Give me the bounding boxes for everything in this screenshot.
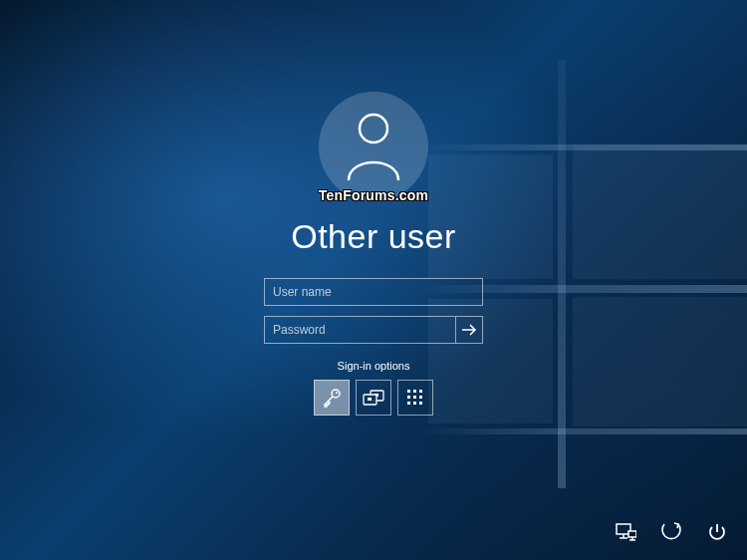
username-input[interactable] bbox=[264, 278, 483, 306]
network-button[interactable] bbox=[610, 516, 641, 548]
svg-rect-10 bbox=[407, 396, 410, 399]
svg-rect-15 bbox=[419, 402, 422, 405]
watermark-text: TenForums.com bbox=[319, 187, 428, 203]
key-icon bbox=[321, 387, 343, 409]
svg-rect-17 bbox=[628, 531, 636, 537]
user-icon bbox=[343, 111, 404, 182]
password-row bbox=[264, 316, 483, 344]
power-button[interactable] bbox=[701, 516, 733, 548]
ease-of-access-button[interactable] bbox=[655, 516, 687, 548]
submit-button[interactable] bbox=[455, 316, 483, 344]
signin-option-pin[interactable] bbox=[397, 380, 433, 416]
signin-option-smartcard[interactable] bbox=[356, 380, 391, 416]
bg-beam bbox=[418, 428, 747, 434]
svg-rect-11 bbox=[413, 396, 416, 399]
signin-options bbox=[314, 380, 433, 416]
power-icon bbox=[707, 522, 727, 542]
arrow-right-icon bbox=[461, 324, 477, 336]
username-row bbox=[264, 278, 483, 306]
user-display-name: Other user bbox=[291, 217, 456, 256]
login-panel: TenForums.com Other user Sign-in options bbox=[0, 92, 747, 416]
svg-point-0 bbox=[360, 115, 387, 142]
smartcard-icon bbox=[363, 390, 384, 406]
svg-rect-14 bbox=[413, 402, 416, 405]
keypad-icon bbox=[406, 389, 424, 407]
svg-rect-6 bbox=[368, 398, 372, 401]
credential-fields bbox=[264, 278, 483, 344]
network-icon bbox=[615, 522, 636, 542]
signin-option-password[interactable] bbox=[314, 380, 350, 416]
system-tray bbox=[610, 516, 733, 548]
svg-point-2 bbox=[336, 392, 338, 394]
svg-rect-8 bbox=[413, 390, 416, 393]
login-screen: TenForums.com Other user Sign-in options bbox=[0, 0, 747, 560]
signin-options-label: Sign-in options bbox=[338, 360, 410, 372]
svg-rect-7 bbox=[407, 390, 410, 393]
avatar bbox=[319, 92, 428, 201]
password-input[interactable] bbox=[264, 316, 455, 344]
svg-rect-9 bbox=[419, 390, 422, 393]
svg-rect-13 bbox=[407, 402, 410, 405]
ease-of-access-icon bbox=[660, 521, 682, 543]
svg-rect-12 bbox=[419, 396, 422, 399]
svg-point-1 bbox=[332, 390, 340, 398]
